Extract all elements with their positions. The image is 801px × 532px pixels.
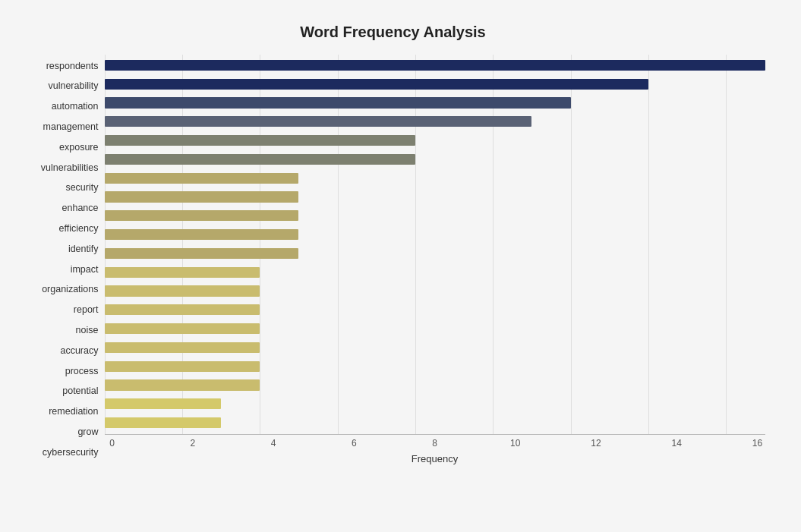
- x-tick: 10: [508, 438, 523, 449]
- bar-row: [105, 376, 765, 395]
- y-label: vulnerabilities: [41, 163, 99, 173]
- chart-area: respondentsvulnerabilityautomationmanage…: [21, 55, 765, 464]
- bar-row: [105, 357, 765, 376]
- y-label: noise: [76, 326, 99, 335]
- bar: [105, 229, 299, 240]
- y-label: automation: [52, 102, 99, 112]
- bar-row: [105, 338, 765, 357]
- y-label: grow: [77, 427, 98, 437]
- bar-row: [105, 282, 765, 301]
- y-label: cybersecurity: [43, 448, 99, 458]
- y-label: process: [65, 367, 99, 376]
- bar: [105, 97, 571, 108]
- bar: [105, 154, 415, 165]
- y-label: remediation: [49, 407, 98, 417]
- y-label: identify: [68, 244, 99, 254]
- y-label: impact: [71, 265, 99, 275]
- bars-area: [105, 55, 765, 434]
- bar: [105, 135, 415, 146]
- x-tick: 12: [588, 438, 604, 449]
- y-label: exposure: [59, 143, 98, 153]
- bar: [105, 342, 260, 353]
- x-tick: 0: [105, 438, 120, 449]
- x-tick: 16: [750, 438, 765, 449]
- y-label: organizations: [42, 285, 98, 294]
- y-label: efficiency: [59, 224, 99, 234]
- bar-row: [105, 414, 765, 433]
- bar: [105, 210, 299, 221]
- x-axis: 0246810121416: [105, 434, 765, 450]
- y-label: vulnerability: [48, 81, 98, 91]
- bars-and-xaxis: 0246810121416 Frequency: [105, 55, 765, 464]
- y-label: enhance: [62, 203, 99, 213]
- bar: [105, 191, 299, 202]
- bar: [105, 379, 260, 390]
- y-label: potential: [62, 386, 98, 396]
- bar: [105, 248, 299, 259]
- x-axis-label: Frequency: [105, 453, 765, 464]
- bar-row: [105, 225, 765, 244]
- bar-row: [105, 56, 765, 75]
- y-label: management: [43, 122, 99, 132]
- bars-rows: [105, 55, 765, 434]
- x-tick: 4: [266, 438, 281, 449]
- x-tick: 2: [185, 438, 200, 449]
- y-label: security: [65, 183, 98, 193]
- bar: [105, 417, 222, 428]
- chart-container: Word Frequency Analysis respondentsvulne…: [14, 8, 788, 524]
- bar: [105, 304, 260, 315]
- bar: [105, 173, 299, 184]
- bar-row: [105, 206, 765, 225]
- bar-row: [105, 74, 765, 93]
- bar: [105, 79, 648, 90]
- y-axis-labels: respondentsvulnerabilityautomationmanage…: [21, 55, 105, 464]
- bar-row: [105, 395, 765, 414]
- bar: [105, 361, 260, 372]
- y-label: respondents: [46, 61, 99, 71]
- bar-row: [105, 168, 765, 187]
- bar: [105, 285, 260, 296]
- bar-row: [105, 187, 765, 206]
- chart-title: Word Frequency Analysis: [21, 24, 765, 41]
- bar-row: [105, 150, 765, 168]
- bar: [105, 267, 260, 278]
- bar-row: [105, 263, 765, 282]
- bar-row: [105, 131, 765, 150]
- bar: [105, 323, 260, 334]
- x-tick: 14: [669, 438, 684, 449]
- y-label: report: [74, 305, 99, 315]
- y-label: accuracy: [60, 346, 98, 356]
- bar-row: [105, 244, 765, 263]
- bar-row: [105, 320, 765, 338]
- bar: [105, 116, 532, 127]
- bar: [105, 60, 765, 71]
- x-tick: 6: [346, 438, 361, 449]
- bar: [105, 398, 222, 409]
- bar-row: [105, 93, 765, 112]
- bar-row: [105, 301, 765, 320]
- bar-row: [105, 112, 765, 131]
- x-tick: 8: [427, 438, 443, 449]
